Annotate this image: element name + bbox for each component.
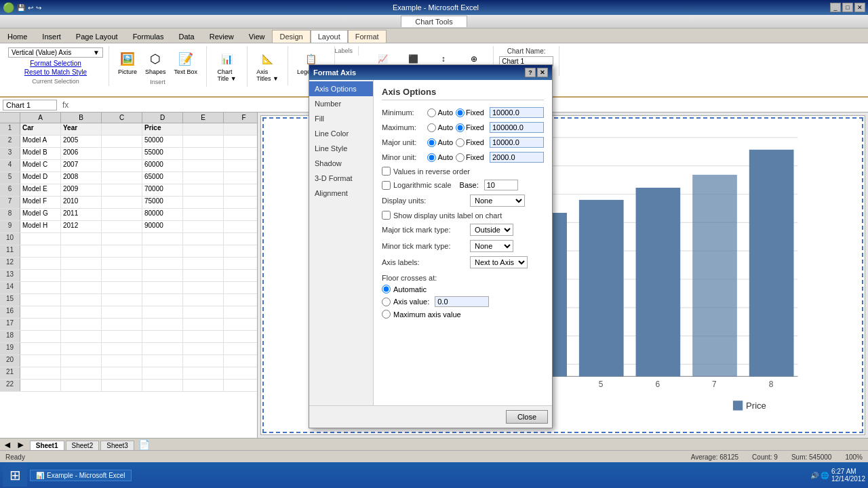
cell[interactable]	[102, 380, 142, 391]
cell[interactable]: Price	[142, 123, 183, 135]
sheet-nav-left[interactable]: ◄	[3, 439, 12, 450]
cell[interactable]: 90000	[142, 221, 183, 232]
cell[interactable]	[183, 233, 224, 245]
floor-axis-value-input[interactable]	[435, 296, 489, 307]
cell[interactable]	[224, 123, 258, 135]
sidebar-3d-format[interactable]: 3-D Format	[309, 171, 373, 186]
cell[interactable]	[20, 331, 61, 342]
cell[interactable]	[102, 209, 142, 220]
sidebar-shadow[interactable]: Shadow	[309, 156, 373, 171]
cell[interactable]: 2005	[61, 136, 102, 147]
chart-title-button[interactable]: 📊ChartTitle ▼	[214, 47, 240, 84]
cell[interactable]	[224, 306, 258, 318]
cell[interactable]: Model A	[20, 136, 61, 147]
cell[interactable]	[102, 306, 142, 318]
sheet-tab-1[interactable]: Sheet1	[30, 441, 64, 450]
table-row[interactable]: 13	[0, 270, 257, 282]
cell[interactable]	[102, 148, 142, 159]
cell[interactable]	[224, 197, 258, 208]
cell[interactable]: Model C	[20, 160, 61, 171]
cell[interactable]	[20, 294, 61, 306]
minimum-auto-radio[interactable]: Auto	[427, 108, 453, 117]
cell[interactable]: 2008	[61, 172, 102, 184]
cell[interactable]	[183, 245, 224, 257]
cell[interactable]	[102, 245, 142, 257]
table-row[interactable]: 7Model F201075000	[0, 197, 257, 209]
major-tick-select[interactable]: Outside Inside Cross None	[470, 224, 513, 236]
add-sheet-button[interactable]: 📄	[138, 439, 150, 450]
cell[interactable]	[20, 233, 61, 245]
cell[interactable]	[224, 233, 258, 245]
tab-formulas[interactable]: Formulas	[125, 30, 172, 43]
cell[interactable]	[224, 258, 258, 269]
tab-layout[interactable]: Layout	[311, 30, 348, 43]
cell[interactable]	[183, 319, 224, 330]
cell[interactable]	[142, 294, 183, 306]
cell[interactable]: 70000	[142, 184, 183, 196]
cell[interactable]: Year	[61, 123, 102, 135]
name-box[interactable]	[3, 100, 57, 110]
cell[interactable]	[142, 367, 183, 379]
dialog-help-button[interactable]: ?	[525, 68, 536, 77]
cell[interactable]	[183, 367, 224, 379]
cell[interactable]	[183, 306, 224, 318]
cell[interactable]	[20, 306, 61, 318]
table-row[interactable]: 4Model C200760000	[0, 160, 257, 172]
floor-automatic-radio[interactable]	[382, 285, 391, 293]
tab-insert[interactable]: Insert	[35, 30, 68, 43]
cell[interactable]	[142, 270, 183, 281]
table-row[interactable]: 12	[0, 258, 257, 270]
cell[interactable]	[224, 172, 258, 184]
cell[interactable]	[183, 123, 224, 135]
cell[interactable]: 50000	[142, 136, 183, 147]
current-selection-dropdown[interactable]: Vertical (Value) Axis ▼	[8, 47, 103, 58]
cell[interactable]	[102, 172, 142, 184]
maximum-fixed-radio[interactable]: Fixed	[456, 123, 484, 132]
cell[interactable]	[102, 123, 142, 135]
maximum-value-input[interactable]	[490, 122, 544, 133]
cell[interactable]	[183, 294, 224, 306]
cell[interactable]	[61, 319, 102, 330]
display-units-select[interactable]: None Hundreds Thousands Millions	[470, 195, 525, 207]
axis-labels-select[interactable]: Next to Axis High Low None	[470, 256, 528, 268]
cell[interactable]	[61, 270, 102, 281]
major-unit-fixed-radio[interactable]: Fixed	[456, 138, 484, 147]
cell[interactable]	[224, 136, 258, 147]
cell[interactable]	[102, 319, 142, 330]
cell[interactable]	[20, 282, 61, 293]
cell[interactable]	[183, 184, 224, 196]
table-row[interactable]: 18	[0, 331, 257, 343]
cell[interactable]	[142, 319, 183, 330]
sidebar-alignment[interactable]: Alignment	[309, 186, 373, 201]
cell[interactable]	[142, 258, 183, 269]
table-row[interactable]: 21	[0, 367, 257, 380]
cell[interactable]	[61, 343, 102, 354]
reset-to-match-style-link[interactable]: Reset to Match Style	[24, 68, 87, 76]
quick-access-save[interactable]: 💾	[17, 4, 25, 12]
cell[interactable]: Model H	[20, 221, 61, 232]
minimum-fixed-radio[interactable]: Fixed	[456, 108, 484, 117]
cell[interactable]	[61, 306, 102, 318]
cell[interactable]	[183, 270, 224, 281]
cell[interactable]: 60000	[142, 160, 183, 171]
sheet-nav-right[interactable]: ►	[16, 439, 26, 450]
cell[interactable]: 2007	[61, 160, 102, 171]
cell[interactable]	[224, 221, 258, 232]
cell[interactable]	[102, 197, 142, 208]
cell[interactable]	[183, 148, 224, 159]
cell[interactable]	[20, 319, 61, 330]
cell[interactable]	[102, 367, 142, 379]
cell[interactable]	[224, 282, 258, 293]
minor-unit-value-input[interactable]	[490, 152, 544, 163]
cell[interactable]: 2010	[61, 197, 102, 208]
cell[interactable]: Model D	[20, 172, 61, 184]
dialog-close-btn[interactable]: Close	[506, 410, 548, 424]
cell[interactable]	[183, 343, 224, 354]
cell[interactable]	[102, 355, 142, 367]
values-reverse-checkbox[interactable]	[382, 167, 391, 176]
cell[interactable]	[20, 343, 61, 354]
cell[interactable]	[183, 282, 224, 293]
minor-tick-select[interactable]: None Inside Outside Cross	[470, 240, 513, 252]
format-selection-link[interactable]: Format Selection	[30, 60, 81, 67]
cell[interactable]	[183, 258, 224, 269]
